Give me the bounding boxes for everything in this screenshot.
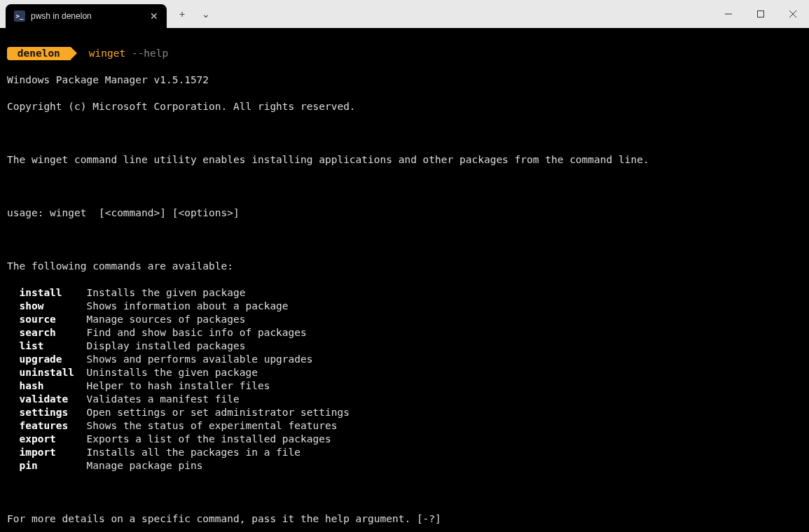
titlebar-drag-area[interactable] bbox=[217, 0, 712, 28]
command-arg: --help bbox=[132, 48, 168, 59]
terminal-body[interactable]: denelon winget --help Windows Package Ma… bbox=[0, 28, 809, 532]
terminal-tab[interactable]: >_ pwsh in denelon ✕ bbox=[6, 4, 167, 28]
new-tab-button[interactable]: + bbox=[171, 4, 193, 24]
command-row: list Display installed packages bbox=[7, 340, 802, 353]
output-line: The following commands are available: bbox=[7, 260, 802, 273]
prompt-user-badge: denelon bbox=[7, 47, 71, 60]
output-line bbox=[7, 233, 802, 246]
command-row: pin Manage package pins bbox=[7, 459, 802, 472]
command-row: search Find and show basic info of packa… bbox=[7, 326, 802, 340]
output-line: Copyright (c) Microsoft Corporation. All… bbox=[7, 100, 802, 113]
close-icon bbox=[789, 10, 796, 18]
output-line: usage: winget [<command>] [<options>] bbox=[7, 206, 802, 220]
powershell-icon: >_ bbox=[14, 10, 25, 22]
tab-title: pwsh in denelon bbox=[31, 11, 143, 21]
command-row: uninstall Uninstalls the given package bbox=[7, 366, 802, 379]
prompt-line: denelon winget --help bbox=[7, 47, 802, 60]
output-line: For more details on a specific command, … bbox=[7, 512, 802, 526]
tab-dropdown-button[interactable]: ⌄ bbox=[195, 4, 217, 24]
tab-close-button[interactable]: ✕ bbox=[148, 10, 160, 22]
command-row: export Exports a list of the installed p… bbox=[7, 433, 802, 446]
close-window-button[interactable] bbox=[777, 0, 809, 28]
command-row: install Installs the given package bbox=[7, 286, 802, 300]
command-row: source Manage sources of packages bbox=[7, 313, 802, 326]
minimize-icon bbox=[725, 10, 732, 18]
commands-list: install Installs the given package show … bbox=[7, 286, 802, 472]
output-line bbox=[7, 180, 802, 193]
output-line: Windows Package Manager v1.5.1572 bbox=[7, 74, 802, 87]
titlebar: >_ pwsh in denelon ✕ + ⌄ bbox=[0, 0, 809, 28]
command-row: settings Open settings or set administra… bbox=[7, 406, 802, 419]
output-line bbox=[7, 127, 802, 140]
command-row: hash Helper to hash installer files bbox=[7, 379, 802, 393]
maximize-button[interactable] bbox=[745, 0, 777, 28]
minimize-button[interactable] bbox=[712, 0, 745, 28]
command-row: upgrade Shows and performs available upg… bbox=[7, 353, 802, 366]
command-row: show Shows information about a package bbox=[7, 300, 802, 313]
command-row: validate Validates a manifest file bbox=[7, 393, 802, 406]
command-text: winget bbox=[89, 48, 125, 59]
svg-rect-1 bbox=[758, 11, 764, 18]
maximize-icon bbox=[757, 10, 764, 18]
command-row: features Shows the status of experimenta… bbox=[7, 419, 802, 433]
command-row: import Installs all the packages in a fi… bbox=[7, 446, 802, 459]
output-line: The winget command line utility enables … bbox=[7, 153, 802, 167]
output-line bbox=[7, 486, 802, 499]
